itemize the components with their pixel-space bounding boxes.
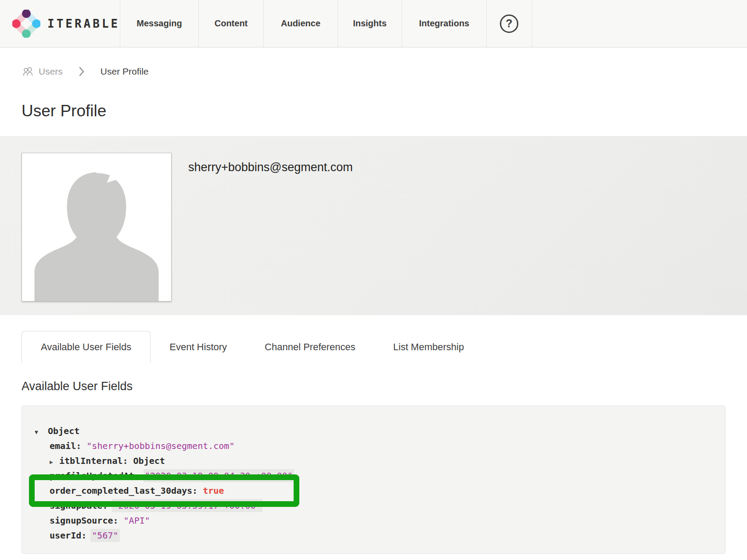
breadcrumb-users-label: Users <box>39 66 63 77</box>
chevron-right-icon <box>79 67 85 76</box>
help-button[interactable]: ? <box>487 0 532 47</box>
json-value: "2020-03-19 03:39:17 +00:00" <box>113 500 261 511</box>
json-key: order_completed_last_30days: <box>50 485 203 496</box>
tab-channel-preferences[interactable]: Channel Preferences <box>246 331 374 363</box>
json-key: email: <box>50 441 86 451</box>
json-key: signupSource: <box>50 515 124 526</box>
iterable-logo[interactable]: ITERABLE <box>0 0 120 47</box>
json-value: "2020-03-19 09:04:30 +00:00" <box>145 470 293 481</box>
nav-item-integrations[interactable]: Integrations <box>402 0 487 47</box>
help-icon: ? <box>500 14 518 33</box>
json-value: Object <box>133 456 165 466</box>
nav-item-insights[interactable]: Insights <box>338 0 402 47</box>
users-icon <box>22 66 35 77</box>
nav-spacer <box>532 0 747 47</box>
json-value: "567" <box>92 530 118 541</box>
profile-tabs: Available User FieldsEvent HistoryChanne… <box>22 331 747 363</box>
json-value: true <box>203 485 224 496</box>
json-row-signupSource: signupSource: "API" <box>35 513 725 528</box>
user-email: sherry+bobbins@segment.com <box>188 161 353 174</box>
iterable-logo-icon <box>12 10 40 38</box>
json-row-userId: userId: "567" <box>35 528 725 543</box>
json-value: "API" <box>124 515 150 526</box>
tab-event-history[interactable]: Event History <box>151 331 246 363</box>
json-key: signupDate: <box>50 500 113 511</box>
tab-list-membership[interactable]: List Membership <box>374 331 483 363</box>
json-row-email: email: "sherry+bobbins@segment.com" <box>35 438 725 453</box>
section-heading: Available User Fields <box>22 380 747 393</box>
page-title: User Profile <box>22 102 747 120</box>
brand-wordmark: ITERABLE <box>47 17 120 30</box>
avatar-placeholder <box>22 153 172 302</box>
json-key: itblInternal: <box>59 456 133 466</box>
collapse-arrow-icon[interactable]: ▼ <box>35 425 44 440</box>
json-row-itblInternal: ▶itblInternal: Object <box>35 453 725 468</box>
nav-item-content[interactable]: Content <box>199 0 264 47</box>
json-row-root-object: ▼Object <box>35 424 725 438</box>
json-key: Object <box>48 426 79 436</box>
expand-arrow-icon[interactable]: ▶ <box>50 455 59 470</box>
json-value: "sherry+bobbins@segment.com" <box>86 441 234 451</box>
nav-item-audience[interactable]: Audience <box>264 0 338 47</box>
breadcrumb: Users User Profile <box>22 65 747 78</box>
json-row-signupDate: signupDate: "2020-03-19 03:39:17 +00:00" <box>35 498 725 513</box>
user-fields-json-viewer: ▼Objectemail: "sherry+bobbins@segment.co… <box>22 406 725 554</box>
nav-item-messaging[interactable]: Messaging <box>120 0 199 47</box>
person-silhouette-icon <box>22 153 171 301</box>
breadcrumb-current: User Profile <box>101 66 149 77</box>
json-row-order_completed_last_30days: order_completed_last_30days: true <box>35 483 725 498</box>
tab-available-user-fields[interactable]: Available User Fields <box>22 331 151 363</box>
profile-section: sherry+bobbins@segment.com <box>0 136 747 315</box>
top-nav: ITERABLE MessagingContentAudienceInsight… <box>0 0 747 47</box>
json-row-profileUpdatedAt: profileUpdatedAt: "2020-03-19 09:04:30 +… <box>35 468 725 483</box>
json-key: profileUpdatedAt: <box>50 470 145 481</box>
json-key: userId: <box>50 530 92 541</box>
breadcrumb-users-link[interactable]: Users <box>22 66 63 77</box>
